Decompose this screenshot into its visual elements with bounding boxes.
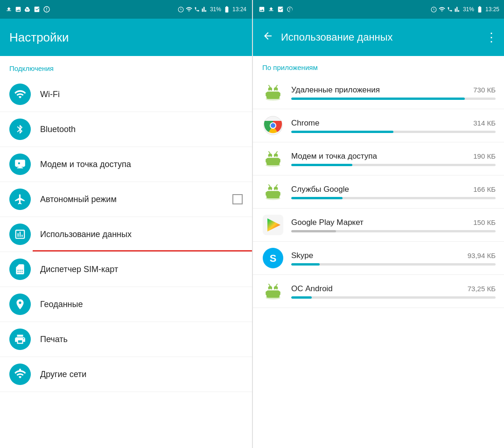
app-info-gms: Службы Google 166 КБ: [291, 185, 496, 199]
app-list: Удаленные приложения 730 КБ: [253, 76, 504, 308]
app-item-chrome[interactable]: Chrome 314 КБ: [253, 109, 504, 142]
progress-fill-android: [291, 296, 312, 299]
app-icon-playstore: [262, 214, 284, 236]
status-bar-right-info: 31% 13:24: [178, 6, 246, 13]
settings-item-hotspot[interactable]: Модем и точка доступа: [0, 147, 252, 182]
progress-fill-hotspot2: [291, 164, 352, 166]
app-icon-android: [262, 280, 284, 302]
app-name-row-chrome: Chrome 314 КБ: [291, 119, 496, 128]
app-name-row-hotspot2: Модем и точка доступа 190 КБ: [291, 152, 496, 161]
progress-bg-skype: [291, 263, 496, 266]
svg-line-8: [276, 85, 278, 87]
app-size-removed: 730 КБ: [473, 86, 496, 94]
apps-section-label: По приложениям: [253, 56, 504, 76]
app-info-hotspot2: Модем и точка доступа 190 КБ: [291, 152, 496, 166]
settings-item-airplane[interactable]: Автономный режим: [0, 182, 252, 217]
svg-rect-41: [266, 290, 280, 298]
left-title: Настройки: [9, 30, 69, 45]
datausage-icon-circle: [9, 224, 31, 245]
svg-line-23: [276, 151, 278, 153]
settings-item-othernetworks[interactable]: Другие сети: [0, 357, 252, 392]
bluetooth-label: Bluetooth: [40, 125, 243, 134]
status-bar-left-icons: [6, 6, 50, 13]
othernetworks-label: Другие сети: [40, 370, 243, 379]
settings-item-datausage[interactable]: Использование данных: [0, 217, 252, 252]
print-icon-circle: [9, 329, 31, 350]
app-name-row-android: ОС Android 73,25 КБ: [291, 284, 496, 294]
hotspot-icon-circle: [9, 154, 31, 175]
progress-fill-gms: [291, 197, 343, 199]
app-name-skype: Skype: [291, 251, 313, 260]
battery-percent-right: 31%: [463, 6, 474, 13]
svg-point-25: [275, 156, 277, 158]
progress-fill-playstore: [291, 230, 336, 232]
app-name-row-playstore: Google Play Маркет 150 КБ: [291, 218, 496, 227]
app-item-playstore[interactable]: Google Play Маркет 150 КБ: [253, 209, 504, 242]
datausage-label: Использование данных: [40, 230, 243, 239]
progress-bg-playstore: [291, 230, 496, 232]
app-item-gms[interactable]: Службы Google 166 КБ: [253, 175, 504, 209]
progress-bg-chrome: [291, 131, 496, 133]
wifi-icon-circle: [9, 84, 31, 105]
svg-line-32: [268, 184, 270, 186]
svg-rect-30: [266, 192, 267, 196]
app-size-gms: 166 КБ: [473, 185, 496, 193]
airplane-checkbox[interactable]: [232, 194, 243, 204]
app-name-chrome: Chrome: [291, 119, 319, 128]
app-size-android: 73,25 КБ: [468, 285, 496, 293]
svg-line-22: [268, 151, 270, 153]
app-item-removed[interactable]: Удаленные приложения 730 КБ: [253, 76, 504, 109]
settings-item-geodata[interactable]: Геоданные: [0, 287, 252, 322]
more-button[interactable]: ⋮: [485, 30, 497, 45]
geodata-label: Геоданные: [40, 300, 243, 309]
status-bar-right-info-r: 31% 13:25: [431, 6, 499, 13]
svg-point-10: [275, 90, 277, 92]
app-name-row-skype: Skype 93,94 КБ: [291, 251, 496, 260]
progress-bg-hotspot2: [291, 164, 496, 166]
app-info-removed: Удаленные приложения 730 КБ: [291, 85, 496, 100]
back-button[interactable]: [260, 28, 275, 46]
time-left: 13:24: [232, 6, 246, 13]
svg-line-7: [268, 85, 270, 87]
svg-point-15: [271, 123, 275, 128]
app-name-row-gms: Службы Google 166 КБ: [291, 185, 496, 194]
settings-item-bluetooth[interactable]: Bluetooth: [0, 112, 252, 147]
battery-percent-left: 31%: [210, 6, 221, 13]
svg-point-35: [275, 189, 277, 191]
geodata-icon-circle: [9, 294, 31, 315]
app-icon-chrome: [262, 115, 284, 136]
right-title: Использование данных: [281, 31, 480, 43]
app-name-android: ОС Android: [291, 284, 333, 294]
progress-bg-android: [291, 296, 496, 299]
print-label: Печать: [40, 335, 243, 344]
left-panel: 31% 13:24 Настройки Подключения Wi-Fi Bl…: [0, 0, 252, 448]
right-header: Использование данных ⋮: [253, 19, 504, 56]
app-item-skype[interactable]: S Skype 93,94 КБ: [253, 242, 504, 275]
svg-point-48: [269, 289, 271, 291]
othernetworks-icon-circle: [9, 364, 31, 385]
app-item-android[interactable]: ОС Android 73,25 КБ: [253, 275, 504, 308]
svg-line-33: [276, 184, 278, 186]
simcard-icon-circle: [9, 259, 31, 280]
bluetooth-icon-circle: [9, 119, 31, 140]
app-item-hotspot2[interactable]: Модем и точка доступа 190 КБ: [253, 142, 504, 175]
app-info-playstore: Google Play Маркет 150 КБ: [291, 218, 496, 232]
svg-line-46: [268, 284, 270, 286]
time-right: 13:25: [485, 6, 499, 13]
active-underline: [33, 250, 252, 252]
settings-item-print[interactable]: Печать: [0, 322, 252, 357]
app-icon-gms: [262, 181, 284, 203]
svg-rect-5: [266, 92, 267, 97]
app-name-removed: Удаленные приложения: [291, 85, 380, 95]
settings-item-wifi[interactable]: Wi-Fi: [0, 77, 252, 112]
status-bar-right: 31% 13:25: [253, 0, 504, 19]
wifi-label: Wi-Fi: [40, 90, 243, 99]
airplane-label: Автономный режим: [40, 195, 232, 204]
app-info-chrome: Chrome 314 КБ: [291, 119, 496, 133]
connections-section-label: Подключения: [0, 56, 252, 77]
status-bar-left: 31% 13:24: [0, 0, 252, 19]
left-header: Настройки: [0, 19, 252, 56]
svg-rect-21: [278, 159, 280, 163]
settings-item-simcard[interactable]: Диспетчер SIM-карт: [0, 252, 252, 287]
app-size-chrome: 314 КБ: [473, 119, 496, 127]
